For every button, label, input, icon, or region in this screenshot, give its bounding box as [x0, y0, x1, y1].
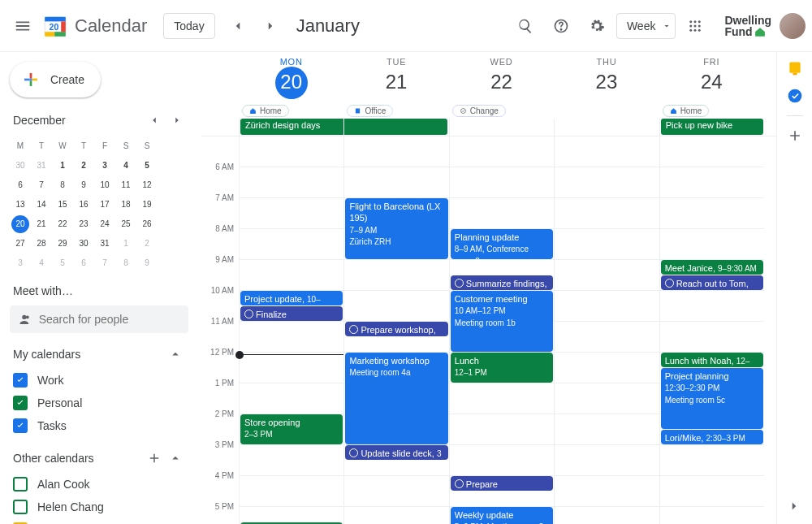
minical-day[interactable]: 8: [52, 175, 73, 195]
calendar-event[interactable]: Customer meeting10 AM–12 PMMeeting room …: [451, 291, 553, 352]
day-header[interactable]: MON20Home: [239, 52, 343, 99]
app-logo[interactable]: 20 Calendar: [42, 13, 147, 39]
calendar-checkbox[interactable]: [13, 418, 28, 433]
minical-prev[interactable]: [143, 109, 166, 132]
day-column[interactable]: Project update, 10–10:30 AMFinalize pres…: [239, 136, 343, 524]
calendar-checkbox[interactable]: [13, 373, 28, 388]
main-menu-button[interactable]: [6, 10, 39, 42]
calendar-event[interactable]: Flight to Barcelona (LX 195)7–9 AMZürich…: [345, 198, 447, 259]
calendar-item[interactable]: Janice Castro: [6, 518, 192, 524]
keep-icon[interactable]: [787, 60, 803, 76]
minical-day[interactable]: 31: [94, 234, 115, 253]
settings-button[interactable]: [581, 10, 613, 42]
minical-day[interactable]: 13: [10, 195, 31, 214]
minical-day[interactable]: 10: [94, 175, 115, 195]
calendar-item[interactable]: Helen Chang: [6, 496, 192, 518]
minical-day[interactable]: 3: [10, 253, 31, 273]
calendar-event[interactable]: Weekly update5–6 PM, Meeting room 2c: [451, 507, 553, 524]
calendar-event[interactable]: Store opening2–3 PM: [240, 414, 343, 444]
minical-day[interactable]: 1: [52, 156, 73, 175]
minical-day[interactable]: 3: [94, 156, 115, 175]
minical-day[interactable]: 15: [52, 195, 73, 214]
minical-day[interactable]: 2: [136, 234, 158, 253]
task-chip[interactable]: Prepare presentation, 4 PM: [451, 476, 553, 491]
minical-day[interactable]: 21: [31, 214, 52, 234]
task-chip[interactable]: Summarize findings, 9:30: [451, 275, 553, 290]
calendar-item[interactable]: Personal: [6, 392, 192, 414]
minical-day[interactable]: 9: [136, 253, 158, 273]
allday-event[interactable]: Pick up new bike: [661, 119, 763, 135]
calendar-event[interactable]: Planning update8–9 AM, Conference room 2: [451, 229, 553, 259]
minical-day[interactable]: 30: [10, 156, 31, 175]
collapse-other[interactable]: [166, 448, 185, 468]
collapse-icon[interactable]: [166, 344, 185, 364]
calendar-checkbox[interactable]: [13, 396, 28, 410]
minical-day[interactable]: 7: [31, 175, 52, 195]
task-chip[interactable]: Prepare workshop, 11 AM: [345, 322, 447, 336]
minical-day[interactable]: 8: [115, 253, 136, 273]
location-chip[interactable]: Change: [452, 105, 506, 117]
prev-period-button[interactable]: [222, 10, 254, 42]
minical-day[interactable]: 29: [52, 234, 73, 253]
calendar-checkbox[interactable]: [13, 500, 28, 514]
day-column[interactable]: Flight to Barcelona (LX 195)7–9 AMZürich…: [343, 136, 448, 524]
minical-day[interactable]: 11: [115, 175, 136, 195]
minical-day[interactable]: 14: [31, 195, 52, 214]
minical-day[interactable]: 30: [73, 234, 94, 253]
my-calendars-header[interactable]: My calendars: [6, 333, 192, 369]
search-people-input[interactable]: [10, 305, 188, 333]
calendar-event[interactable]: Project planning12:30–2:30 PMMeeting roo…: [661, 368, 763, 429]
task-chip[interactable]: Finalize presentation, 10:30: [240, 306, 343, 321]
calendar-grid[interactable]: 6 AM7 AM8 AM9 AM10 AM11 AM12 PM1 PM2 PM3…: [201, 136, 776, 524]
minical-day[interactable]: 4: [31, 253, 52, 273]
calendar-checkbox[interactable]: [13, 477, 28, 492]
location-chip[interactable]: Home: [242, 105, 289, 117]
mini-calendar[interactable]: MTWTFSS303112345678910111213141516171819…: [6, 136, 192, 273]
other-calendars-header[interactable]: Other calendars: [6, 437, 192, 473]
account-avatar[interactable]: [780, 13, 806, 39]
day-header[interactable]: WED22Change: [449, 52, 554, 99]
minical-day[interactable]: 7: [94, 253, 115, 273]
view-selector[interactable]: Week: [616, 13, 676, 39]
search-people-field[interactable]: [39, 313, 180, 326]
calendar-item[interactable]: Work: [6, 369, 192, 392]
day-column[interactable]: Planning update8–9 AM, Conference room 2…: [449, 136, 554, 524]
day-header[interactable]: TUE21Office: [343, 52, 448, 99]
minical-day[interactable]: 28: [31, 234, 52, 253]
task-chip[interactable]: Reach out to Tom, 9:30: [661, 275, 763, 290]
minical-next[interactable]: [166, 109, 188, 132]
location-chip[interactable]: Office: [347, 105, 393, 117]
calendar-event[interactable]: Lunch12–1 PM: [451, 353, 553, 383]
location-chip[interactable]: Home: [663, 105, 710, 117]
day-header[interactable]: FRI24Home: [659, 52, 764, 99]
calendar-event[interactable]: Meet Janice, 9–9:30 AM: [661, 260, 763, 275]
tasks-icon[interactable]: [787, 88, 803, 104]
period-title[interactable]: January: [296, 15, 360, 37]
minical-day[interactable]: 18: [115, 195, 136, 214]
minical-day[interactable]: 16: [73, 195, 94, 214]
minical-day[interactable]: 5: [136, 156, 158, 175]
today-button[interactable]: Today: [163, 13, 214, 39]
minical-day[interactable]: 19: [136, 195, 158, 214]
search-button[interactable]: [509, 10, 542, 42]
minical-day[interactable]: 1: [115, 234, 136, 253]
minical-day[interactable]: 24: [94, 214, 115, 234]
sidepanel-collapse[interactable]: [783, 495, 806, 518]
minical-day[interactable]: 6: [10, 175, 31, 195]
calendar-event[interactable]: Lunch with Noah, 12–12:30: [661, 353, 763, 367]
minical-day[interactable]: 26: [136, 214, 158, 234]
minical-day[interactable]: 31: [31, 156, 52, 175]
add-calendar-button[interactable]: [145, 448, 164, 468]
day-header[interactable]: THU23: [554, 52, 659, 99]
calendar-item[interactable]: Tasks: [6, 414, 192, 437]
minical-day[interactable]: 17: [94, 195, 115, 214]
apps-button[interactable]: [679, 10, 711, 42]
minical-day[interactable]: 25: [115, 214, 136, 234]
minical-day[interactable]: 4: [115, 156, 136, 175]
minical-day[interactable]: 27: [10, 234, 31, 253]
minical-day[interactable]: 22: [52, 214, 73, 234]
help-button[interactable]: [545, 10, 577, 42]
day-column[interactable]: Meet Janice, 9–9:30 AMReach out to Tom, …: [659, 136, 764, 524]
calendar-event[interactable]: Lori/Mike, 2:30–3 PM: [661, 430, 763, 444]
minical-day[interactable]: 6: [73, 253, 94, 273]
